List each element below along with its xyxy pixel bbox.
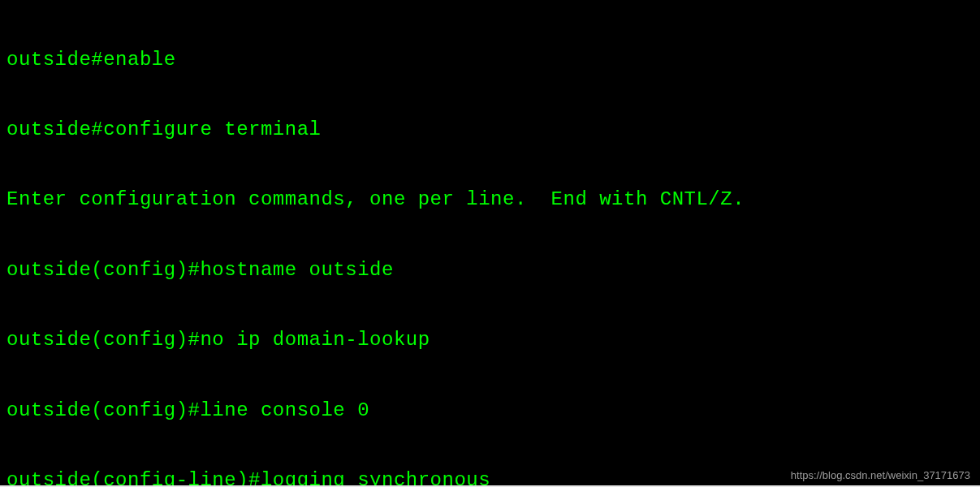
terminal-line: outside(config)#hostname outside [6, 259, 974, 282]
terminal-window[interactable]: outside#enable outside#configure termina… [6, 2, 974, 487]
terminal-line: outside(config)#no ip domain-lookup [6, 329, 974, 352]
watermark-text: https://blog.csdn.net/weixin_37171673 [791, 469, 970, 482]
terminal-line: outside(config)#line console 0 [6, 399, 974, 423]
terminal-line: Enter configuration commands, one per li… [6, 188, 974, 212]
terminal-line: outside#enable [6, 49, 974, 72]
terminal-line: outside#configure terminal [6, 119, 974, 142]
